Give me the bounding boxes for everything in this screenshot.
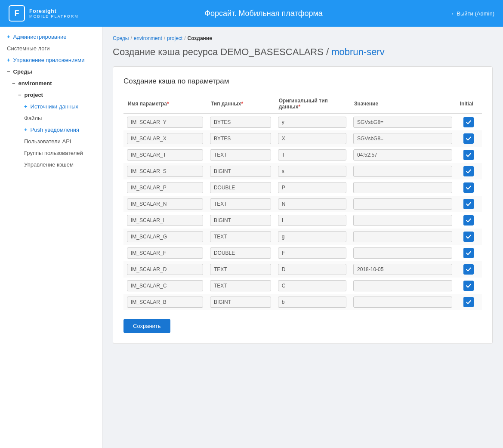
- sidebar-item-label: Системные логи: [7, 45, 49, 52]
- param-name-input[interactable]: [127, 149, 203, 161]
- sidebar-item-label: project: [25, 92, 43, 98]
- param-type-input[interactable]: [210, 182, 271, 193]
- logo-bot: MOBILE PLATFORM: [29, 14, 79, 19]
- page-title-prefix: Создание кэша ресурса DEMO_BASESCALARS /: [113, 46, 329, 57]
- param-name-input[interactable]: [127, 166, 203, 177]
- param-origtype-input[interactable]: [278, 231, 346, 242]
- logout-label: Выйти (Admin): [457, 10, 494, 17]
- table-row: [123, 130, 482, 147]
- param-name-input[interactable]: [127, 215, 203, 226]
- sidebar-item-envs[interactable]: − Среды: [0, 66, 102, 77]
- param-value-input[interactable]: [353, 166, 452, 177]
- breadcrumb-sep2: /: [164, 35, 165, 41]
- initial-checkbox[interactable]: [463, 199, 474, 209]
- param-origtype-input[interactable]: [278, 149, 346, 161]
- minus-icon: −: [12, 80, 15, 87]
- table-row: [123, 212, 482, 229]
- param-value-input[interactable]: [353, 231, 452, 242]
- param-type-input[interactable]: [210, 198, 271, 210]
- save-button[interactable]: Сохранить: [123, 319, 170, 333]
- initial-checkbox[interactable]: [463, 166, 474, 176]
- param-name-input[interactable]: [127, 231, 203, 242]
- initial-checkbox[interactable]: [463, 297, 474, 307]
- param-type-input[interactable]: [210, 149, 271, 161]
- breadcrumb-project[interactable]: project: [167, 35, 182, 41]
- breadcrumb-sep1: /: [130, 35, 132, 41]
- breadcrumb-environment[interactable]: environment: [134, 35, 162, 41]
- breadcrumb-current: Создание: [188, 35, 212, 41]
- logout-icon: →: [448, 10, 454, 17]
- param-type-input[interactable]: [210, 133, 271, 144]
- param-value-input[interactable]: [353, 198, 452, 210]
- sidebar-item-label: Управление приложениями: [13, 57, 85, 63]
- breadcrumb-envs[interactable]: Среды: [113, 35, 129, 41]
- param-origtype-input[interactable]: [278, 117, 346, 128]
- param-type-input[interactable]: [210, 280, 271, 291]
- minus-icon: −: [18, 92, 22, 98]
- param-value-input[interactable]: [353, 215, 452, 226]
- param-type-input[interactable]: [210, 247, 271, 259]
- sidebar-item-apiusers[interactable]: Пользователи API: [0, 136, 102, 147]
- param-name-input[interactable]: [127, 297, 203, 308]
- param-type-input[interactable]: [210, 166, 271, 177]
- param-name-input[interactable]: [127, 264, 203, 275]
- minus-icon: −: [7, 68, 10, 75]
- param-value-input[interactable]: [353, 280, 452, 291]
- table-row: [123, 114, 482, 130]
- logout-button[interactable]: → Выйти (Admin): [448, 10, 494, 17]
- sidebar-item-label: environment: [19, 80, 52, 87]
- param-value-input[interactable]: [353, 247, 452, 259]
- param-origtype-input[interactable]: [278, 264, 346, 275]
- sidebar-item-label: Пользователи API: [24, 138, 71, 145]
- param-origtype-input[interactable]: [278, 280, 346, 291]
- param-name-input[interactable]: [127, 117, 203, 128]
- initial-checkbox[interactable]: [463, 248, 474, 258]
- main-layout: + Администрирование Системные логи + Упр…: [0, 27, 503, 448]
- sidebar-item-project[interactable]: − project: [0, 89, 102, 101]
- param-type-input[interactable]: [210, 231, 271, 242]
- sidebar-item-environment[interactable]: − environment: [0, 77, 102, 89]
- param-origtype-input[interactable]: [278, 247, 346, 259]
- initial-checkbox[interactable]: [463, 150, 474, 160]
- param-value-input[interactable]: [353, 149, 452, 161]
- initial-checkbox[interactable]: [463, 117, 474, 127]
- param-name-input[interactable]: [127, 182, 203, 193]
- sidebar-item-admin[interactable]: + Администрирование: [0, 31, 102, 43]
- param-type-input[interactable]: [210, 264, 271, 275]
- param-type-input[interactable]: [210, 215, 271, 226]
- param-name-input[interactable]: [127, 280, 203, 291]
- initial-checkbox[interactable]: [463, 133, 474, 144]
- param-type-input[interactable]: [210, 117, 271, 128]
- sidebar-item-usergroups[interactable]: Группы пользователей: [0, 147, 102, 159]
- param-origtype-input[interactable]: [278, 198, 346, 210]
- param-value-input[interactable]: [353, 117, 452, 128]
- sidebar-item-push[interactable]: + Push уведомления: [0, 124, 102, 136]
- sidebar-item-datasources[interactable]: + Источники данных: [0, 101, 102, 112]
- param-origtype-input[interactable]: [278, 182, 346, 193]
- param-origtype-input[interactable]: [278, 133, 346, 144]
- initial-checkbox[interactable]: [463, 232, 474, 242]
- param-type-input[interactable]: [210, 297, 271, 308]
- param-name-input[interactable]: [127, 133, 203, 144]
- initial-checkbox[interactable]: [463, 264, 474, 275]
- sidebar-item-syslogs[interactable]: Системные логи: [0, 43, 102, 54]
- initial-checkbox[interactable]: [463, 281, 474, 291]
- initial-checkbox[interactable]: [463, 215, 474, 226]
- param-origtype-input[interactable]: [278, 215, 346, 226]
- sidebar-item-files[interactable]: Файлы: [0, 112, 102, 124]
- main-content: Среды / environment / project / Создание…: [102, 27, 503, 448]
- param-value-input[interactable]: [353, 133, 452, 144]
- initial-checkbox[interactable]: [463, 182, 474, 193]
- param-origtype-input[interactable]: [278, 297, 346, 308]
- sidebar-item-appmanage[interactable]: + Управление приложениями: [0, 54, 102, 66]
- table-row: [123, 147, 482, 163]
- param-name-input[interactable]: [127, 198, 203, 210]
- param-value-input[interactable]: [353, 264, 452, 275]
- param-name-input[interactable]: [127, 247, 203, 259]
- param-value-input[interactable]: [353, 297, 452, 308]
- table-row: [123, 229, 482, 245]
- param-origtype-input[interactable]: [278, 166, 346, 177]
- sidebar-item-cachemanage[interactable]: Управление кэшем: [0, 159, 102, 170]
- breadcrumb: Среды / environment / project / Создание: [113, 35, 493, 41]
- param-value-input[interactable]: [353, 182, 452, 193]
